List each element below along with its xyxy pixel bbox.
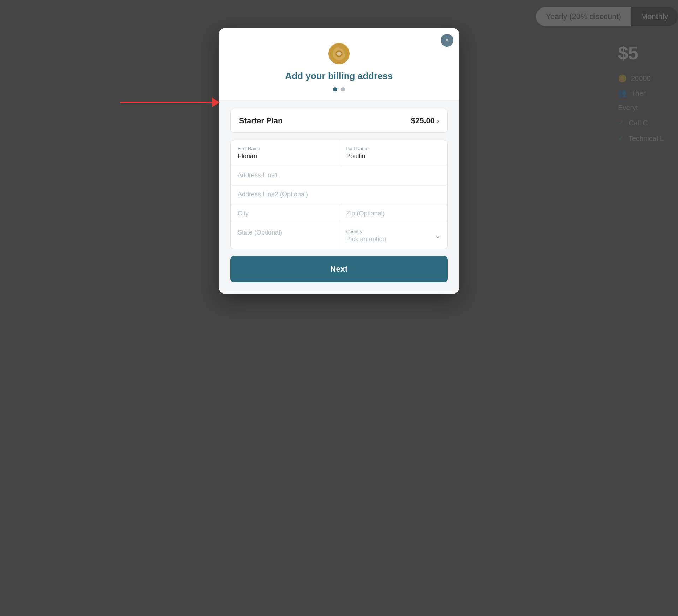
dot-1 [333,87,337,91]
state-placeholder: State (Optional) [238,229,282,236]
address2-row: Address Line2 (Optional) [231,185,447,204]
first-name-value: Florian [238,153,257,160]
close-button[interactable]: × [441,34,453,47]
city-zip-row: City Zip (Optional) [231,204,447,223]
address1-placeholder: Address Line1 [238,172,278,179]
zip-field[interactable]: Zip (Optional) [339,204,448,223]
first-name-label: First Name [238,146,332,151]
last-name-field[interactable]: Last Name Poullin [339,140,448,166]
modal-header: Add your billing address [219,28,459,100]
modal-title: Add your billing address [233,71,445,82]
plan-row[interactable]: Starter Plan $25.00 › [230,109,448,133]
zip-placeholder: Zip (Optional) [346,210,385,217]
first-name-field[interactable]: First Name Florian [231,140,339,166]
address2-field[interactable]: Address Line2 (Optional) [231,185,447,204]
state-country-row: State (Optional) Country Pick an option … [231,223,447,249]
last-name-value: Poullin [346,153,365,160]
city-field[interactable]: City [231,204,339,223]
country-placeholder: Pick an option [346,236,386,243]
dot-2 [341,87,345,91]
name-row: First Name Florian Last Name Poullin [231,140,447,166]
pagination-dots [233,87,445,91]
country-label: Country [346,229,435,234]
billing-modal: × Add your billing address [219,28,459,294]
app-logo [328,42,350,65]
plan-chevron-icon: › [437,117,439,125]
dropdown-arrow-icon: ⌄ [435,232,440,240]
state-field[interactable]: State (Optional) [231,223,339,249]
address1-row: Address Line1 [231,166,447,185]
modal-body: Starter Plan $25.00 › First Name Florian [219,100,459,294]
address1-field[interactable]: Address Line1 [231,166,447,185]
close-icon: × [445,37,449,43]
plan-name: Starter Plan [239,116,283,125]
next-button[interactable]: Next [230,256,448,282]
country-field[interactable]: Country Pick an option ⌄ [339,223,448,249]
address2-placeholder: Address Line2 (Optional) [238,191,308,198]
last-name-label: Last Name [346,146,441,151]
country-info: Country Pick an option [346,229,435,243]
red-arrow [120,97,220,107]
plan-price: $25.00 › [411,116,439,125]
city-placeholder: City [238,210,249,217]
modal-overlay: × Add your billing address [0,0,678,616]
billing-form: First Name Florian Last Name Poullin Add… [230,140,448,249]
